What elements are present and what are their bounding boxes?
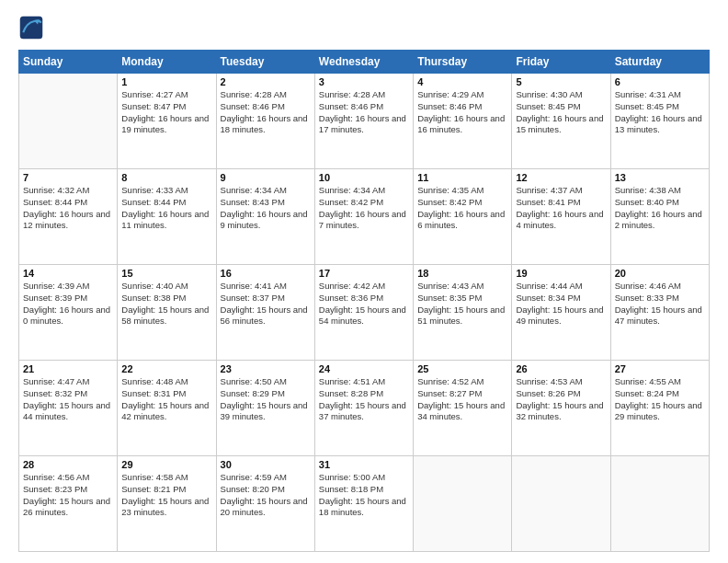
calendar-cell: 9Sunrise: 4:34 AM Sunset: 8:43 PM Daylig… (216, 169, 314, 265)
column-header-saturday: Saturday (610, 51, 709, 74)
calendar-cell: 22Sunrise: 4:48 AM Sunset: 8:31 PM Dayli… (118, 361, 216, 456)
day-number: 2 (221, 76, 311, 87)
day-number: 12 (516, 172, 606, 183)
calendar-cell: 15Sunrise: 4:40 AM Sunset: 8:38 PM Dayli… (118, 265, 216, 361)
day-number: 5 (516, 76, 606, 87)
calendar-cell: 6Sunrise: 4:31 AM Sunset: 8:45 PM Daylig… (610, 74, 709, 169)
day-info: Sunrise: 4:28 AM Sunset: 8:46 PM Dayligh… (221, 89, 311, 136)
day-number: 21 (23, 363, 113, 374)
week-row-4: 21Sunrise: 4:47 AM Sunset: 8:32 PM Dayli… (19, 361, 710, 456)
logo-icon (18, 15, 44, 40)
calendar-cell: 14Sunrise: 4:39 AM Sunset: 8:39 PM Dayli… (19, 265, 118, 361)
calendar-cell: 26Sunrise: 4:53 AM Sunset: 8:26 PM Dayli… (512, 361, 610, 456)
day-number: 14 (23, 268, 113, 279)
day-number: 1 (121, 76, 211, 87)
day-number: 28 (23, 459, 113, 470)
calendar-cell: 19Sunrise: 4:44 AM Sunset: 8:34 PM Dayli… (512, 265, 610, 361)
day-number: 7 (23, 172, 113, 183)
day-number: 9 (221, 172, 311, 183)
calendar-cell: 29Sunrise: 4:58 AM Sunset: 8:21 PM Dayli… (118, 456, 216, 552)
day-number: 25 (417, 363, 507, 374)
day-number: 30 (221, 459, 311, 470)
day-info: Sunrise: 4:27 AM Sunset: 8:47 PM Dayligh… (121, 89, 211, 136)
day-info: Sunrise: 4:53 AM Sunset: 8:26 PM Dayligh… (516, 376, 606, 423)
calendar-cell: 18Sunrise: 4:43 AM Sunset: 8:35 PM Dayli… (414, 265, 512, 361)
day-number: 19 (516, 268, 606, 279)
calendar-cell (512, 456, 610, 552)
day-info: Sunrise: 4:43 AM Sunset: 8:35 PM Dayligh… (417, 281, 507, 327)
calendar-cell: 20Sunrise: 4:46 AM Sunset: 8:33 PM Dayli… (610, 265, 709, 361)
day-info: Sunrise: 4:48 AM Sunset: 8:31 PM Dayligh… (121, 376, 211, 423)
day-number: 11 (417, 172, 507, 183)
day-number: 16 (221, 268, 311, 279)
calendar-cell: 3Sunrise: 4:28 AM Sunset: 8:46 PM Daylig… (314, 74, 413, 169)
day-info: Sunrise: 4:37 AM Sunset: 8:41 PM Dayligh… (516, 185, 606, 232)
day-number: 15 (121, 268, 211, 279)
day-info: Sunrise: 4:55 AM Sunset: 8:24 PM Dayligh… (615, 376, 705, 423)
column-header-monday: Monday (118, 51, 216, 74)
day-info: Sunrise: 4:50 AM Sunset: 8:29 PM Dayligh… (221, 376, 311, 423)
calendar-cell: 17Sunrise: 4:42 AM Sunset: 8:36 PM Dayli… (314, 265, 413, 361)
day-info: Sunrise: 4:52 AM Sunset: 8:27 PM Dayligh… (417, 376, 507, 423)
page: SundayMondayTuesdayWednesdayThursdayFrid… (0, 0, 728, 563)
calendar-cell: 12Sunrise: 4:37 AM Sunset: 8:41 PM Dayli… (512, 169, 610, 265)
day-info: Sunrise: 4:56 AM Sunset: 8:23 PM Dayligh… (23, 472, 113, 519)
calendar-cell: 10Sunrise: 4:34 AM Sunset: 8:42 PM Dayli… (314, 169, 413, 265)
day-number: 13 (615, 172, 705, 183)
day-number: 23 (221, 363, 311, 374)
day-info: Sunrise: 4:33 AM Sunset: 8:44 PM Dayligh… (121, 185, 211, 232)
week-row-2: 7Sunrise: 4:32 AM Sunset: 8:44 PM Daylig… (19, 169, 710, 265)
day-info: Sunrise: 4:40 AM Sunset: 8:38 PM Dayligh… (121, 281, 211, 327)
logo (18, 15, 48, 40)
calendar-cell: 13Sunrise: 4:38 AM Sunset: 8:40 PM Dayli… (610, 169, 709, 265)
day-info: Sunrise: 4:42 AM Sunset: 8:36 PM Dayligh… (319, 281, 409, 327)
day-number: 6 (615, 76, 705, 87)
calendar-cell: 28Sunrise: 4:56 AM Sunset: 8:23 PM Dayli… (19, 456, 118, 552)
day-info: Sunrise: 4:58 AM Sunset: 8:21 PM Dayligh… (121, 472, 211, 519)
week-row-5: 28Sunrise: 4:56 AM Sunset: 8:23 PM Dayli… (19, 456, 710, 552)
day-number: 22 (121, 363, 211, 374)
calendar-cell (19, 74, 118, 169)
day-number: 20 (615, 268, 705, 279)
column-header-tuesday: Tuesday (216, 51, 314, 74)
day-info: Sunrise: 4:46 AM Sunset: 8:33 PM Dayligh… (615, 281, 705, 327)
day-info: Sunrise: 4:32 AM Sunset: 8:44 PM Dayligh… (23, 185, 113, 232)
column-header-wednesday: Wednesday (314, 51, 413, 74)
calendar-cell: 30Sunrise: 4:59 AM Sunset: 8:20 PM Dayli… (216, 456, 314, 552)
day-number: 17 (319, 268, 409, 279)
header (18, 15, 710, 40)
calendar-cell: 7Sunrise: 4:32 AM Sunset: 8:44 PM Daylig… (19, 169, 118, 265)
calendar-cell: 16Sunrise: 4:41 AM Sunset: 8:37 PM Dayli… (216, 265, 314, 361)
day-info: Sunrise: 4:34 AM Sunset: 8:43 PM Dayligh… (221, 185, 311, 232)
column-header-sunday: Sunday (19, 51, 118, 74)
day-number: 31 (319, 459, 409, 470)
day-info: Sunrise: 4:29 AM Sunset: 8:46 PM Dayligh… (417, 89, 507, 136)
day-info: Sunrise: 4:59 AM Sunset: 8:20 PM Dayligh… (221, 472, 311, 519)
day-number: 29 (121, 459, 211, 470)
calendar-cell: 21Sunrise: 4:47 AM Sunset: 8:32 PM Dayli… (19, 361, 118, 456)
day-number: 26 (516, 363, 606, 374)
calendar-cell: 8Sunrise: 4:33 AM Sunset: 8:44 PM Daylig… (118, 169, 216, 265)
day-info: Sunrise: 4:28 AM Sunset: 8:46 PM Dayligh… (319, 89, 409, 136)
day-info: Sunrise: 4:47 AM Sunset: 8:32 PM Dayligh… (23, 376, 113, 423)
calendar-cell: 1Sunrise: 4:27 AM Sunset: 8:47 PM Daylig… (118, 74, 216, 169)
day-number: 24 (319, 363, 409, 374)
calendar-cell: 25Sunrise: 4:52 AM Sunset: 8:27 PM Dayli… (414, 361, 512, 456)
day-number: 18 (417, 268, 507, 279)
day-number: 3 (319, 76, 409, 87)
calendar-cell: 31Sunrise: 5:00 AM Sunset: 8:18 PM Dayli… (314, 456, 413, 552)
calendar-table: SundayMondayTuesdayWednesdayThursdayFrid… (18, 50, 710, 552)
day-info: Sunrise: 4:51 AM Sunset: 8:28 PM Dayligh… (319, 376, 409, 423)
day-info: Sunrise: 4:38 AM Sunset: 8:40 PM Dayligh… (615, 185, 705, 232)
day-number: 10 (319, 172, 409, 183)
day-info: Sunrise: 4:35 AM Sunset: 8:42 PM Dayligh… (417, 185, 507, 232)
day-number: 4 (417, 76, 507, 87)
day-info: Sunrise: 4:44 AM Sunset: 8:34 PM Dayligh… (516, 281, 606, 327)
calendar-cell: 23Sunrise: 4:50 AM Sunset: 8:29 PM Dayli… (216, 361, 314, 456)
calendar-cell: 24Sunrise: 4:51 AM Sunset: 8:28 PM Dayli… (314, 361, 413, 456)
day-number: 27 (615, 363, 705, 374)
calendar-cell: 5Sunrise: 4:30 AM Sunset: 8:45 PM Daylig… (512, 74, 610, 169)
calendar-header-row: SundayMondayTuesdayWednesdayThursdayFrid… (19, 51, 710, 74)
day-number: 8 (121, 172, 211, 183)
calendar-cell (414, 456, 512, 552)
